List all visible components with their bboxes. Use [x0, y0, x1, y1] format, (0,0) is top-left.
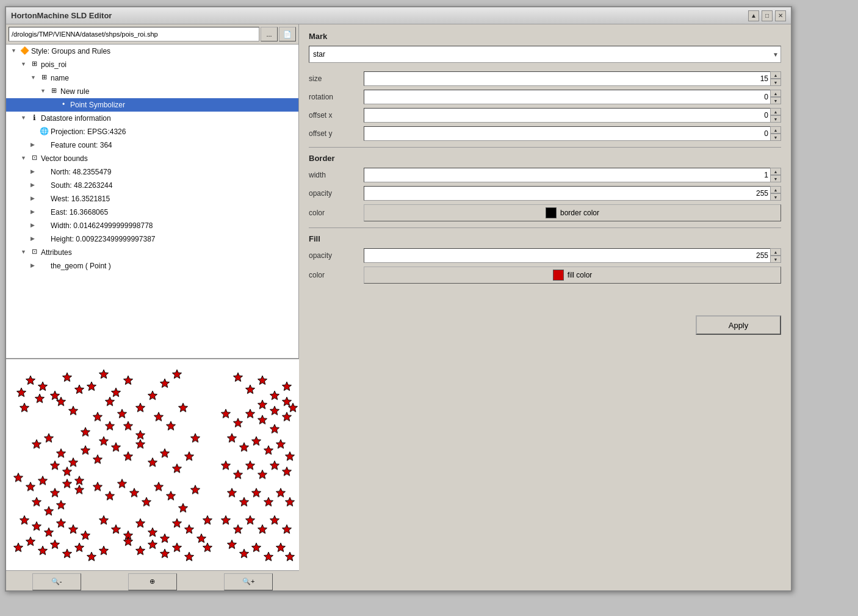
main-content: ... 📄 ▼ 🔶 Style: Groups and Rules ▼ ⊞ po… — [6, 24, 791, 590]
rotation-input[interactable] — [364, 90, 781, 104]
tree-label-datastore-info: Datastore information — [41, 114, 111, 123]
tree-label-feature-count: Feature count: 364 — [51, 141, 112, 149]
browse-button[interactable]: ... — [261, 27, 278, 41]
tree-item-feature-count[interactable]: ▶ Feature count: 364 — [6, 138, 298, 152]
tree-label-north: North: 48.2355479 — [51, 168, 111, 176]
offset-y-spin-up[interactable]: ▲ — [770, 126, 781, 134]
offset-y-input-wrap: ▲ ▼ — [364, 126, 781, 141]
tree-item-style-groups[interactable]: ▼ 🔶 Style: Groups and Rules — [6, 45, 298, 58]
fill-opacity-input[interactable] — [364, 248, 781, 263]
fill-color-btn-label: fill color — [568, 271, 593, 279]
right-panel: Mark star circle square cross triangle x… — [299, 24, 791, 590]
offset-y-spinner: ▲ ▼ — [770, 126, 781, 141]
size-spin-up[interactable]: ▲ — [770, 71, 781, 79]
name-icon: ⊞ — [39, 73, 49, 83]
fill-opacity-spin-down[interactable]: ▼ — [770, 256, 781, 263]
tree-label-name: name — [51, 74, 69, 82]
tree-arrow-attributes: ▼ — [21, 249, 28, 256]
offset-x-label: offset x — [309, 111, 364, 120]
tree-label-east: East: 16.3668065 — [51, 208, 108, 217]
border-opacity-spin-down[interactable]: ▼ — [770, 193, 781, 201]
size-spin-down[interactable]: ▼ — [770, 79, 781, 86]
style-groups-icon: 🔶 — [20, 46, 29, 56]
fill-opacity-label: opacity — [309, 251, 364, 260]
tree-arrow-height: ▶ — [31, 235, 38, 243]
tree-item-vector-bounds[interactable]: ▼ ⊡ Vector bounds — [6, 152, 298, 165]
rotation-row: rotation ▲ ▼ — [309, 90, 781, 104]
south-icon — [39, 181, 49, 190]
tree-item-height[interactable]: ▶ Height: 0.009223499999997387 — [6, 232, 298, 246]
tree-item-datastore-info[interactable]: ▼ ℹ Datastore information — [6, 112, 298, 125]
tree-item-pois-roi[interactable]: ▼ ⊞ pois_roi — [6, 58, 298, 71]
border-width-spin-up[interactable]: ▲ — [770, 168, 781, 175]
tree-item-west[interactable]: ▶ West: 16.3521815 — [6, 192, 298, 206]
vector-bounds-icon: ⊡ — [29, 154, 39, 163]
border-opacity-label: opacity — [309, 189, 364, 198]
tree-item-the-geom[interactable]: ▶ the_geom ( Point ) — [6, 259, 298, 273]
border-opacity-spin-up[interactable]: ▲ — [770, 186, 781, 193]
tree-item-new-rule[interactable]: ▼ ⊞ New rule — [6, 85, 298, 98]
tree-arrow-style-groups: ▼ — [11, 48, 18, 55]
fill-opacity-spin-up[interactable]: ▲ — [770, 248, 781, 256]
offset-y-input[interactable] — [364, 126, 781, 141]
tree-item-north[interactable]: ▶ North: 48.2355479 — [6, 165, 298, 179]
file-path-input[interactable] — [9, 27, 259, 41]
fill-section-label: Fill — [309, 234, 781, 243]
fill-divider — [309, 227, 781, 228]
tree-item-name[interactable]: ▼ ⊞ name — [6, 71, 298, 85]
border-divider — [309, 147, 781, 148]
rotation-spin-down[interactable]: ▼ — [770, 97, 781, 104]
file-icon-button[interactable]: 📄 — [279, 27, 296, 41]
tree-item-south[interactable]: ▶ South: 48.2263244 — [6, 179, 298, 192]
tree-label-new-rule: New rule — [60, 87, 89, 96]
close-button[interactable]: ✕ — [775, 10, 786, 21]
maximize-button[interactable]: □ — [762, 10, 773, 21]
window-controls: ▲ □ ✕ — [748, 10, 786, 21]
preview-canvas — [6, 359, 299, 568]
offset-x-input[interactable] — [364, 108, 781, 123]
preview-zoom-in-button[interactable]: 🔍+ — [224, 573, 273, 590]
tree-item-projection[interactable]: 🌐 Projection: EPSG:4326 — [6, 125, 298, 138]
tree-arrow-pois-roi: ▼ — [21, 61, 28, 68]
tree-label-west: West: 16.3521815 — [51, 195, 110, 203]
rotation-spinner: ▲ ▼ — [770, 90, 781, 104]
width-icon — [39, 221, 49, 231]
height-icon — [39, 234, 49, 244]
mark-section-label: Mark — [309, 32, 781, 41]
preview-toolbar: 🔍- ⊕ 🔍+ — [6, 570, 299, 590]
border-color-button[interactable]: border color — [364, 204, 781, 221]
border-width-label: width — [309, 171, 364, 179]
tree-arrow-south: ▶ — [31, 182, 38, 189]
preview-zoom-reset-button[interactable]: ⊕ — [128, 573, 177, 590]
mark-select[interactable]: star circle square cross triangle x — [309, 46, 781, 63]
tree-label-style-groups: Style: Groups and Rules — [31, 47, 110, 56]
rotation-input-wrap: ▲ ▼ — [364, 90, 781, 104]
preview-zoom-out-button[interactable]: 🔍- — [32, 573, 81, 590]
border-color-swatch — [546, 207, 557, 218]
rotation-spin-up[interactable]: ▲ — [770, 90, 781, 97]
border-width-spin-down[interactable]: ▼ — [770, 175, 781, 182]
offset-y-spin-down[interactable]: ▼ — [770, 134, 781, 141]
border-opacity-row: opacity ▲ ▼ — [309, 186, 781, 201]
mark-select-wrapper: star circle square cross triangle x ▼ — [309, 46, 781, 63]
fill-color-swatch — [553, 270, 564, 281]
size-input[interactable] — [364, 71, 781, 86]
border-color-btn-label: border color — [560, 209, 599, 217]
offset-x-spin-down[interactable]: ▼ — [770, 115, 781, 123]
projection-icon: 🌐 — [39, 127, 49, 137]
border-color-row: color border color — [309, 204, 781, 221]
apply-button[interactable]: Apply — [696, 315, 781, 335]
fill-opacity-input-wrap: ▲ ▼ — [364, 248, 781, 263]
tree-item-east[interactable]: ▶ East: 16.3668065 — [6, 206, 298, 219]
tree-item-attributes[interactable]: ▼ ⊡ Attributes — [6, 246, 298, 259]
tree-item-width[interactable]: ▶ Width: 0.014624999999998778 — [6, 219, 298, 232]
border-width-input[interactable] — [364, 168, 781, 182]
offset-y-row: offset y ▲ ▼ — [309, 126, 781, 141]
tree-arrow-datastore-info: ▼ — [21, 115, 28, 122]
fill-color-button[interactable]: fill color — [364, 267, 781, 284]
minimize-button[interactable]: ▲ — [748, 10, 759, 21]
border-opacity-input[interactable] — [364, 186, 781, 201]
offset-x-spin-up[interactable]: ▲ — [770, 108, 781, 115]
east-icon — [39, 207, 49, 217]
tree-item-point-symbolizer[interactable]: • Point Symbolizer — [6, 98, 298, 112]
